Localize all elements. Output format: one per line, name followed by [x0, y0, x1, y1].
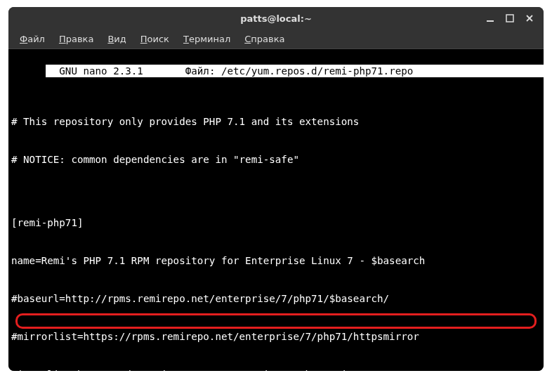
svg-rect-1: [506, 15, 513, 22]
menu-view[interactable]: Вид: [100, 31, 133, 47]
close-button[interactable]: [520, 10, 539, 27]
nano-file-label: Файл:: [185, 65, 216, 77]
menubar: Файл Правка Вид Поиск Терминал Справка: [8, 30, 544, 49]
minimize-button[interactable]: [480, 10, 500, 27]
menu-search[interactable]: Поиск: [133, 31, 176, 47]
menu-help[interactable]: Справка: [237, 31, 291, 47]
nano-version: GNU nano 2.3.1: [47, 65, 143, 77]
nano-file-path: /etc/yum.repos.d/remi-php71.repo: [221, 65, 413, 77]
nano-header: GNU nano 2.3.1 Файл: /etc/yum.repos.d/re…: [46, 65, 544, 77]
menu-edit[interactable]: Правка: [52, 31, 100, 47]
minimize-icon: [486, 14, 494, 22]
file-line: # This repository only provides PHP 7.1 …: [10, 115, 542, 128]
titlebar: patts@local:~: [8, 7, 544, 30]
window-title: patts@local:~: [240, 13, 312, 24]
terminal-content[interactable]: GNU nano 2.3.1 Файл: /etc/yum.repos.d/re…: [8, 49, 544, 371]
svg-rect-0: [487, 20, 494, 22]
maximize-button[interactable]: [500, 10, 520, 27]
close-icon: [525, 14, 534, 22]
menu-file[interactable]: Файл: [13, 31, 52, 47]
file-line: mirrorlist=http://cdn.remirepo.net/enter…: [10, 368, 542, 371]
terminal-window: patts@local:~ Файл Правка Вид Поиск Терм…: [8, 7, 544, 371]
maximize-icon: [506, 14, 514, 22]
window-controls: [480, 10, 539, 27]
menu-terminal[interactable]: Терминал: [176, 31, 237, 47]
file-line: name=Remi's PHP 7.1 RPM repository for E…: [10, 254, 542, 267]
file-line: # NOTICE: common dependencies are in "re…: [10, 153, 542, 166]
file-line: #baseurl=http://rpms.remirepo.net/enterp…: [10, 292, 542, 305]
file-line: #mirrorlist=https://rpms.remirepo.net/en…: [10, 330, 542, 343]
file-line: [remi-php71]: [10, 216, 542, 229]
